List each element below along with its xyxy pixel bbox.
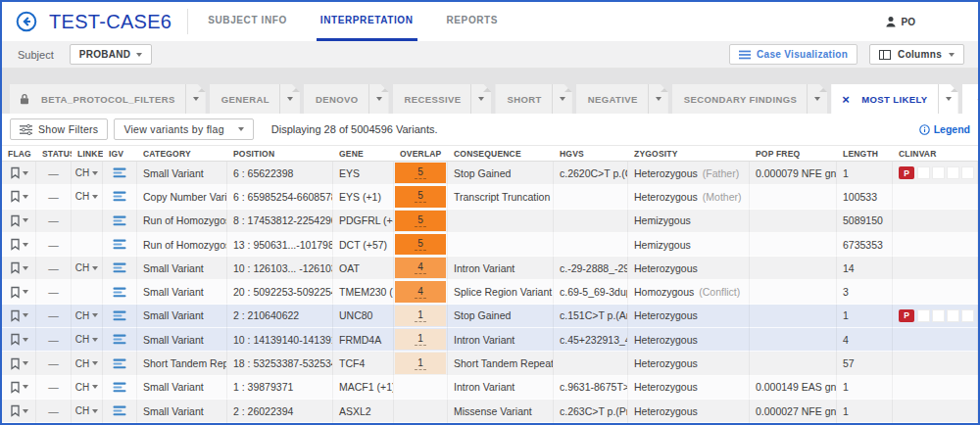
cell-linked[interactable]: CH xyxy=(72,305,103,328)
columns-button[interactable]: Columns xyxy=(869,44,964,65)
back-button[interactable] xyxy=(16,11,37,32)
cell-flag[interactable] xyxy=(2,280,36,304)
cell-linked[interactable]: CH xyxy=(72,162,103,185)
view-tab-menu-button[interactable] xyxy=(648,84,668,114)
cell-flag[interactable] xyxy=(2,233,36,257)
column-header-zygosity[interactable]: ZYGOSITY xyxy=(628,146,750,161)
overlap-score-chip[interactable]: 5 xyxy=(395,211,446,231)
view-tab-menu-button[interactable] xyxy=(368,84,389,114)
view-tab-short[interactable]: SHORT xyxy=(495,84,571,114)
overlap-score-chip[interactable]: 5 xyxy=(395,234,446,255)
cell-igv[interactable] xyxy=(103,400,137,423)
view-tab-menu-button[interactable] xyxy=(938,84,958,114)
table-row[interactable]: —CHShort Tandem Repe...18 : 53253387-532… xyxy=(2,352,978,375)
cell-igv[interactable] xyxy=(103,328,137,352)
column-header-category[interactable]: CATEGORY xyxy=(137,146,227,161)
overlap-score-chip[interactable]: 5 xyxy=(395,163,446,183)
cell-linked[interactable]: CH xyxy=(72,352,103,375)
overlap-score-chip[interactable]: 4 xyxy=(395,281,446,302)
cell-igv[interactable] xyxy=(103,280,137,304)
tab-interpretation[interactable]: INTERPRETATION xyxy=(317,2,417,41)
cell-igv[interactable] xyxy=(103,352,137,375)
view-tab-secondary-findings[interactable]: SECONDARY FINDINGS xyxy=(672,84,827,114)
overlap-score-chip[interactable]: 1 xyxy=(395,353,446,373)
overlap-score-chip[interactable]: 1 xyxy=(395,329,446,350)
view-tab-menu-button[interactable] xyxy=(185,84,206,114)
cell-igv[interactable] xyxy=(103,210,137,233)
column-header-gene[interactable]: GENE xyxy=(333,146,394,161)
cell-linked[interactable]: CH xyxy=(72,328,103,352)
cell-igv[interactable] xyxy=(103,305,137,328)
cell-flag[interactable] xyxy=(2,257,36,280)
cell-flag[interactable] xyxy=(2,305,36,328)
cell-igv[interactable] xyxy=(103,233,137,257)
cell-flag[interactable] xyxy=(2,162,36,185)
table-row[interactable]: —CHCopy Number Variant6 : 65985254-66085… xyxy=(2,185,978,209)
cell-linked[interactable]: CH xyxy=(72,257,103,280)
cell-linked[interactable]: CH xyxy=(72,376,103,400)
table-row[interactable]: —Run of Homozygosity8 : 17453812-2254296… xyxy=(2,210,978,233)
cell-linked[interactable]: CH xyxy=(72,400,103,423)
tab-subject-info[interactable]: SUBJECT INFO xyxy=(204,2,291,41)
view-tab-recessive[interactable]: RECESSIVE xyxy=(393,84,492,114)
view-tab-general[interactable]: GENERAL xyxy=(210,84,300,114)
cell-flag[interactable] xyxy=(2,328,36,352)
case-visualization-button[interactable]: Case Visualization xyxy=(729,44,858,65)
cell-igv[interactable] xyxy=(103,185,137,209)
view-tab-negative[interactable]: NEGATIVE xyxy=(576,84,668,114)
cell-overlap[interactable]: 4 xyxy=(394,257,448,280)
cell-igv[interactable] xyxy=(103,162,137,185)
cell-overlap[interactable]: 1 xyxy=(394,305,448,328)
column-header-flag[interactable]: FLAG xyxy=(2,146,36,161)
column-header-pop-freq[interactable]: POP FREQ xyxy=(750,146,837,161)
subject-select[interactable]: PROBAND xyxy=(70,44,153,65)
column-header-status[interactable]: STATUS xyxy=(36,146,72,161)
column-header-overlap[interactable]: OVERLAP xyxy=(394,146,448,161)
column-header-consequence[interactable]: CONSEQUENCE xyxy=(448,146,554,161)
legend-button[interactable]: Legend xyxy=(919,123,970,135)
tab-reports[interactable]: REPORTS xyxy=(443,2,503,41)
cell-overlap[interactable]: 1 xyxy=(394,352,448,375)
view-tab-menu-button[interactable] xyxy=(279,84,300,114)
cell-overlap[interactable]: 5 xyxy=(394,162,448,185)
overlap-score-chip[interactable]: 1 xyxy=(395,306,446,326)
cell-flag[interactable] xyxy=(2,210,36,233)
table-row[interactable]: —CHSmall Variant10 : 126103... -126103..… xyxy=(2,257,978,280)
column-header-length[interactable]: LENGTH xyxy=(837,146,893,161)
table-row[interactable]: —Small Variant20 : 5092253-5092254TMEM23… xyxy=(2,280,978,304)
column-header-igv[interactable]: IGV xyxy=(103,146,137,161)
new-view-button[interactable]: + NEW VIEW xyxy=(962,84,980,114)
view-tab-menu-button[interactable] xyxy=(470,84,491,114)
overlap-score-chip[interactable]: 4 xyxy=(395,258,446,278)
cell-overlap[interactable]: 5 xyxy=(394,233,448,257)
view-by-flag-select[interactable]: View variants by flag xyxy=(114,118,253,140)
cell-overlap[interactable]: 1 xyxy=(394,328,448,352)
table-row[interactable]: —CHSmall Variant2 : 26022394ASXL2Missens… xyxy=(2,400,978,423)
table-row[interactable]: —CHSmall Variant10 : 14139140-14139141FR… xyxy=(2,328,978,352)
view-tab-most-likely[interactable]: ×MOST LIKELY xyxy=(831,84,957,114)
view-tab-beta-protocol-filters[interactable]: BETA_PROTOCOL_FILTERS xyxy=(10,84,206,114)
cell-flag[interactable] xyxy=(2,376,36,400)
user-menu[interactable]: PO xyxy=(885,16,915,27)
view-tab-denovo[interactable]: DENOVO xyxy=(304,84,389,114)
view-tab-menu-button[interactable] xyxy=(552,84,572,114)
clinvar-pathogenic-badge[interactable]: P xyxy=(899,166,914,179)
view-tab-menu-button[interactable] xyxy=(807,84,827,114)
cell-overlap[interactable]: 5 xyxy=(394,210,448,233)
table-row[interactable]: —CHSmall Variant1 : 39879371MACF1 (+1)In… xyxy=(2,376,978,400)
cell-igv[interactable] xyxy=(103,376,137,400)
column-header-clinvar[interactable]: CLINVAR xyxy=(893,146,978,161)
cell-igv[interactable] xyxy=(103,257,137,280)
table-row[interactable]: —CHSmall Variant2 : 210640622UNC801Stop … xyxy=(2,305,978,328)
cell-overlap[interactable]: 5 xyxy=(394,185,448,209)
cell-flag[interactable] xyxy=(2,185,36,209)
overlap-score-chip[interactable]: 5 xyxy=(395,186,446,207)
clinvar-pathogenic-badge[interactable]: P xyxy=(899,309,914,322)
column-header-linked[interactable]: LINKED xyxy=(72,146,103,161)
cell-linked[interactable]: CH xyxy=(72,185,103,209)
table-row[interactable]: —CHSmall Variant6 : 65622398EYS5Stop Gai… xyxy=(2,162,978,185)
column-header-position[interactable]: POSITION xyxy=(227,146,333,161)
column-header-hgvs[interactable]: HGVS xyxy=(554,146,628,161)
close-view-icon[interactable]: × xyxy=(842,93,850,106)
cell-overlap[interactable]: 4 xyxy=(394,280,448,304)
